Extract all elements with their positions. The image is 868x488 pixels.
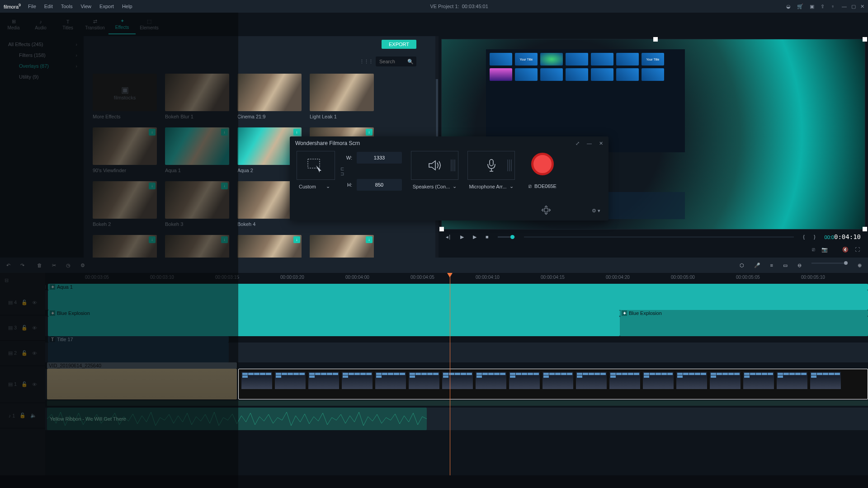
effect-thumb[interactable]: ↓ [237,235,302,258]
split-icon[interactable]: ✂ [52,263,56,268]
height-input[interactable] [357,179,402,191]
menu-file[interactable]: File [28,4,36,9]
download-icon[interactable]: ↓ [149,236,156,243]
mixer-icon[interactable]: ≡ [770,263,773,268]
clip-audio[interactable]: Yellow Ribbon - We Will Get There [47,408,427,430]
clip-aqua1-label[interactable]: ✦Aqua 1 [48,284,868,290]
voiceover-icon[interactable]: 🎤 [754,263,760,268]
tab-audio[interactable]: ♪Audio [27,14,54,34]
effect-thumb[interactable]: Light Leak 1 [310,74,374,119]
effect-thumb[interactable]: ↓ [310,235,374,258]
screen-recorder-dialog[interactable]: Wondershare Filmora Scrn ⤢ — ✕ Custom⌄ W… [290,136,609,221]
microphone-icon[interactable] [467,151,515,180]
fullscreen-icon[interactable]: ⛶ [855,247,860,252]
play-forward-icon[interactable]: ▶ [473,234,476,240]
visibility-icon[interactable]: 👁 [32,300,37,305]
photo-icon[interactable]: ▣ [810,4,814,9]
download-icon[interactable]: ↓ [221,129,228,136]
visibility-icon[interactable]: 👁 [32,382,37,387]
track-fx[interactable]: ✦Blue Explosion ✦Blue Explosion [45,316,868,336]
speed-icon[interactable]: ◷ [66,263,71,268]
bracket-in-icon[interactable]: { [803,234,805,239]
tab-effects[interactable]: ✦Effects [108,14,136,34]
notify-icon[interactable]: ♀ [831,4,835,9]
download-icon[interactable]: ↓ [221,236,228,243]
tab-media[interactable]: ⊞Media [0,14,27,34]
snapshot-icon[interactable]: 📷 [821,247,828,253]
popout-icon[interactable]: ⤢ [576,141,580,146]
effect-thumb[interactable]: ↓90's Viewfinder [93,127,157,173]
lock-icon[interactable]: 🔓 [21,300,28,305]
clip-aqua1[interactable] [48,290,868,310]
clip-title17-label[interactable]: TTitle 17 [48,336,229,343]
marker-icon[interactable]: ⬡ [740,263,744,268]
mute-icon[interactable]: 🔇 [842,247,849,253]
visibility-icon[interactable]: 👁 [32,325,37,331]
download-icon[interactable]: ↓ [293,236,300,243]
clip-blue-explosion-2-label[interactable]: ✦Blue Explosion [620,310,868,316]
clip-blue-explosion-2[interactable] [620,316,868,336]
download-icon[interactable]: ↓ [293,129,300,136]
redo-icon[interactable]: ↷ [20,263,24,268]
sidebar-item-filters[interactable]: Filters (158) [0,50,84,61]
effect-thumb[interactable]: ▣filmstocksMore Effects [93,74,157,119]
effect-thumb[interactable]: ↓ [165,235,229,258]
width-input[interactable] [357,152,402,164]
upload-icon[interactable]: ⇪ [821,4,825,9]
download-icon[interactable]: ↓ [366,236,373,243]
clip-vid-main[interactable] [238,369,868,399]
account-icon[interactable]: ◒ [786,4,791,9]
capture-mode-select[interactable]: Custom⌄ [299,183,335,189]
lock-icon[interactable]: 🔓 [21,350,28,356]
sidebar-item-all-effects[interactable]: All Effects (245) [0,39,84,50]
track-audio[interactable]: Yellow Ribbon - We Will Get There [45,408,868,430]
close-icon[interactable]: ✕ [860,4,864,9]
zoom-slider[interactable] [811,263,848,264]
track-fx[interactable]: ✦Aqua 1 [45,290,868,310]
lock-icon[interactable]: 🔓 [19,413,26,418]
track-video[interactable]: VID_20190614_225640 [45,369,868,399]
maximize-icon[interactable]: ▢ [851,4,856,9]
tab-elements[interactable]: ⬚Elements [136,14,163,34]
lock-icon[interactable]: 🔓 [21,381,28,387]
capture-area-icon[interactable] [297,151,335,180]
tab-titles[interactable]: TTitles [54,14,81,34]
adjust-icon[interactable]: ⚙ [80,263,85,268]
playhead[interactable] [450,273,450,475]
zoom-fit-icon[interactable]: ⊕ [858,263,862,268]
visibility-icon[interactable]: 👁 [32,351,37,356]
link-dims-icon[interactable]: ⊏⊐ [340,166,344,176]
download-icon[interactable]: ↓ [149,183,156,189]
cart-icon[interactable]: 🛒 [797,4,803,9]
stop-icon[interactable]: ■ [486,234,489,239]
record-button[interactable] [531,153,554,175]
menu-tools[interactable]: Tools [61,4,73,9]
play-icon[interactable]: ▶ [460,234,464,240]
search-icon[interactable]: 🔍 [407,59,414,65]
grid-view-icon[interactable]: ⋮⋮⋮ [359,59,373,65]
track-title[interactable]: TTitle 17 [45,343,868,362]
effect-thumb[interactable]: ↓Aqua 1 [165,127,229,173]
mute-icon[interactable]: 🔈 [30,413,37,418]
send-to-monitor-icon[interactable]: ⎚ [812,247,815,252]
download-icon[interactable]: ↓ [221,183,228,189]
lock-icon[interactable]: 🔓 [21,325,28,331]
minimize-icon[interactable]: — [842,4,847,9]
undo-icon[interactable]: ↶ [6,263,10,268]
effect-thumb[interactable]: ↓ [93,235,157,258]
close-icon[interactable]: ✕ [599,141,603,146]
effect-thumb[interactable]: Bokeh Blur 1 [165,74,229,119]
clip-vid-label[interactable]: VID_20190614_225640 [47,362,237,369]
effect-thumb[interactable]: ↓Bokeh 2 [93,181,157,227]
clip-blue-explosion-label[interactable]: ✦Blue Explosion [48,310,620,316]
download-icon[interactable]: ↓ [366,129,373,136]
clip-vid-thumbs[interactable] [47,369,237,399]
clip-title17[interactable] [48,343,229,362]
minimize-icon[interactable]: — [587,141,592,146]
track-manager-icon[interactable]: ⊟ [0,273,45,288]
download-icon[interactable]: ↓ [149,129,156,136]
delete-icon[interactable]: 🗑 [37,263,42,268]
render-icon[interactable]: ▭ [783,263,788,268]
volume-slider[interactable] [498,236,515,238]
step-back-icon[interactable]: ◂∣ [446,234,451,240]
